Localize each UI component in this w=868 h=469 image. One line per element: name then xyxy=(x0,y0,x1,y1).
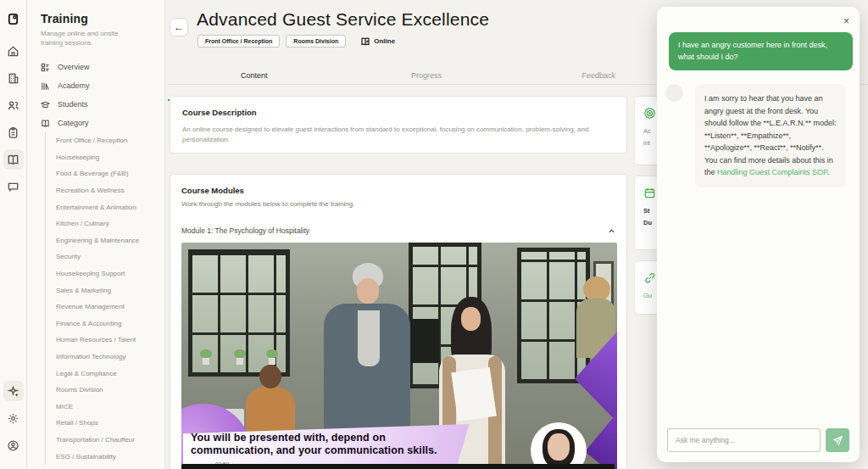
category-item[interactable]: Food & Beverage (F&B) xyxy=(56,165,156,182)
video-person-center-shirt xyxy=(358,310,380,366)
sidebar-item-students[interactable]: Students xyxy=(41,95,164,114)
video-person-left xyxy=(259,365,281,388)
chat-user-message: I have an angry customer here in front d… xyxy=(669,32,853,70)
category-item[interactable]: Housekeeping Support xyxy=(56,265,156,282)
sidebar-item-label: Students xyxy=(58,100,88,109)
category-item[interactable]: MICE xyxy=(56,399,156,416)
category-item[interactable]: Housekeeping xyxy=(56,149,156,166)
category-item[interactable]: Transportation / Chauffeur xyxy=(56,432,156,449)
category-item[interactable]: Kitchen / Culinary xyxy=(56,215,156,232)
category-item[interactable]: Front Office / Reception xyxy=(56,132,156,149)
sidebar-menu: Overview Academy Students Category xyxy=(41,58,164,132)
sidebar-item-academy[interactable]: Academy xyxy=(41,76,164,95)
category-item[interactable]: Legal & Compliance xyxy=(56,365,156,382)
tag-rooms-division: Rooms Division xyxy=(286,35,346,47)
app-logo-icon xyxy=(3,8,24,29)
academy-icon xyxy=(41,81,50,91)
course-modules-subtitle: Work through the modules below to comple… xyxy=(181,200,615,208)
video-paper xyxy=(451,367,497,422)
icon-rail xyxy=(0,0,27,469)
category-item[interactable]: Sales & Marketing xyxy=(56,282,156,299)
assistant-chat-panel: × I have an angry customer here in front… xyxy=(657,7,860,462)
sop-link[interactable]: Handling Guest Complaints SOP xyxy=(717,168,827,176)
tab-content[interactable]: Content xyxy=(168,69,340,85)
course-modules-card: Course Modules Work through the modules … xyxy=(170,174,627,469)
chat-bubble-icon[interactable] xyxy=(3,176,24,197)
course-modules-title: Course Modules xyxy=(181,186,615,195)
module-1-label: Module 1: The Psychology of Hospitality xyxy=(181,226,309,235)
paper-plane-icon xyxy=(832,435,843,446)
category-item[interactable]: Recreation & Wellness xyxy=(56,182,156,199)
page-title: Advanced Guest Service Excellence xyxy=(197,9,489,30)
users-icon[interactable] xyxy=(3,95,24,115)
chat-assistant-message: I am sorry to hear that you have an angr… xyxy=(695,84,846,187)
settings-gear-icon[interactable] xyxy=(3,408,24,428)
home-icon[interactable] xyxy=(3,41,24,61)
category-item[interactable]: Finance & Accounting xyxy=(56,315,156,332)
sidebar-subtitle: Manage online and onsite training sessio… xyxy=(41,29,136,47)
sidebar-item-category[interactable]: Category xyxy=(41,114,164,132)
training-book-icon[interactable] xyxy=(3,149,24,170)
category-item[interactable]: ESG / Sustainability xyxy=(56,448,156,465)
sidebar-item-label: Academy xyxy=(58,81,90,90)
video-purple-accent xyxy=(585,409,617,469)
chat-input-row xyxy=(667,428,849,452)
building-icon[interactable] xyxy=(3,68,24,88)
module-video-player[interactable]: You will be presented with, depend on co… xyxy=(181,243,617,469)
overview-icon xyxy=(41,63,50,72)
plant xyxy=(234,349,246,365)
video-caption-line2: communication, and your communication sk… xyxy=(191,444,470,457)
sidebar-item-overview[interactable]: Overview xyxy=(41,58,164,76)
category-item[interactable]: Information Technology xyxy=(56,349,156,366)
sidebar-title: Training xyxy=(41,12,164,25)
category-item[interactable]: Revenue Management xyxy=(56,299,156,315)
sidebar: Training Manage online and onsite traini… xyxy=(27,0,165,469)
video-person-right-face xyxy=(461,307,481,331)
clipboard-icon[interactable] xyxy=(3,122,24,142)
chat-assistant-row: I am sorry to hear that you have an angr… xyxy=(665,84,853,187)
course-description-title: Course Description xyxy=(182,108,615,117)
video-person-left-body xyxy=(246,387,295,436)
category-item[interactable]: Retail / Shops xyxy=(56,415,156,432)
assistant-message-text: I am sorry to hear that you have an angr… xyxy=(704,94,837,176)
tag-row: Front Office / Reception Rooms Division … xyxy=(198,35,395,47)
sidebar-item-label: Overview xyxy=(58,63,90,71)
tag-front-office: Front Office / Reception xyxy=(198,35,280,47)
category-list: Front Office / ReceptionHousekeepingFood… xyxy=(45,132,164,465)
category-icon xyxy=(41,119,50,128)
ai-sparkle-icon[interactable] xyxy=(3,381,24,401)
plant xyxy=(200,349,212,365)
tab-progress[interactable]: Progress xyxy=(340,69,512,85)
category-item[interactable]: Rooms Division xyxy=(56,382,156,399)
module-1-header[interactable]: Module 1: The Psychology of Hospitality xyxy=(181,226,615,235)
category-item[interactable]: Entertainment & Animation xyxy=(56,198,156,215)
back-button[interactable]: ← xyxy=(170,18,188,36)
format-label: Online xyxy=(374,37,395,45)
tab-bar: Content Progress Feedback xyxy=(168,69,685,85)
students-icon xyxy=(41,100,50,109)
category-item[interactable]: Engineering & Maintenance xyxy=(56,232,156,249)
video-person-center-face xyxy=(357,278,379,304)
assistant-message-text: . xyxy=(827,168,830,176)
account-icon[interactable] xyxy=(3,435,24,455)
video-controls-bar[interactable] xyxy=(181,464,615,469)
chat-input[interactable] xyxy=(667,428,821,452)
category-item[interactable]: Human Resources / Talent xyxy=(56,332,156,349)
book-check-icon xyxy=(360,36,370,47)
close-icon[interactable]: × xyxy=(843,17,849,25)
video-caption-line1: You will be presented with, depend on xyxy=(191,432,470,444)
category-item[interactable]: Security xyxy=(56,248,156,265)
course-description-body: An online course designed to elevate gue… xyxy=(182,125,615,145)
assistant-avatar xyxy=(665,84,683,102)
plant xyxy=(266,349,278,365)
course-description-card: Course Description An online course desi… xyxy=(170,96,627,154)
presenter-avatar xyxy=(531,422,587,469)
chevron-up-icon xyxy=(608,227,615,235)
send-button[interactable] xyxy=(826,428,849,452)
format-online: Online xyxy=(360,36,395,47)
sidebar-item-label: Category xyxy=(58,119,89,127)
